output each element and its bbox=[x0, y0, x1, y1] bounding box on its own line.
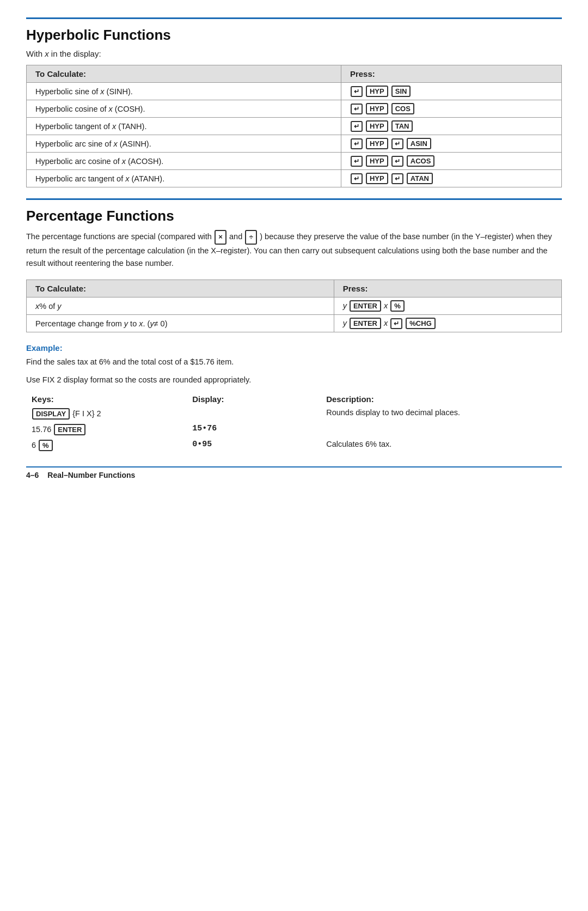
table-row: Hyperbolic sine of x (SINH).↵ HYP SIN bbox=[27, 83, 562, 100]
cos-key: COS bbox=[391, 103, 414, 114]
key-cell-1: DISPLAY {F I X} 2 bbox=[26, 406, 187, 422]
shift-icon: ↵ bbox=[351, 104, 363, 114]
hyperbolic-subtitle: With x in the display: bbox=[26, 49, 562, 58]
hyp-press-2: ↵ HYP COS bbox=[341, 100, 561, 118]
hyp-calc-1: Hyperbolic sine of x (SINH). bbox=[27, 83, 341, 100]
hyperbolic-col2-header: Press: bbox=[341, 65, 561, 83]
shift-icon: ↵ bbox=[391, 173, 403, 184]
example-text2: Use FIX 2 display format so the costs ar… bbox=[26, 374, 562, 386]
display-val-1 bbox=[187, 406, 321, 422]
shift-icon: ↵ bbox=[351, 138, 363, 149]
keys-row-3: 6 % 0•95 Calculates 6% tax. bbox=[26, 438, 562, 453]
hyp-key: HYP bbox=[366, 138, 388, 149]
shift-key-pchg: ↵ bbox=[390, 318, 402, 329]
percent-key-1: % bbox=[390, 300, 405, 312]
table-row: Hyperbolic arc tangent of x (ATANH).↵ HY… bbox=[27, 170, 562, 187]
hyp-key: HYP bbox=[366, 173, 388, 184]
percent-key-ex: % bbox=[39, 440, 53, 451]
shift-icon: ↵ bbox=[351, 86, 363, 97]
enter-key-ex: ENTER bbox=[54, 424, 85, 435]
key-cell-3: 6 % bbox=[26, 438, 187, 453]
hyp-press-4: ↵ HYP ↵ ASIN bbox=[341, 135, 561, 153]
key-cell-2: 15.76 ENTER bbox=[26, 422, 187, 438]
example-label: Example: bbox=[26, 343, 562, 353]
hyperbolic-col1-header: To Calculate: bbox=[27, 65, 341, 83]
enter-key-1: ENTER bbox=[350, 300, 381, 312]
display-val-3: 0•95 bbox=[187, 438, 321, 453]
sin-key: SIN bbox=[391, 86, 411, 97]
keys-table: Keys: Display: Description: DISPLAY {F I… bbox=[26, 392, 562, 453]
percentage-table: To Calculate: Press: x% of y y ENTER x %… bbox=[26, 280, 562, 332]
hyp-press-1: ↵ HYP SIN bbox=[341, 83, 561, 100]
percentage-description: The percentage functions are special (co… bbox=[26, 230, 562, 270]
tan-key: TAN bbox=[391, 120, 413, 132]
pct-press-1: y ENTER x % bbox=[334, 297, 561, 315]
shift-icon: ↵ bbox=[351, 121, 363, 132]
hyp-key: HYP bbox=[366, 103, 388, 114]
hyp-calc-3: Hyperbolic tangent of x (TANH). bbox=[27, 118, 341, 135]
desc-col-header: Description: bbox=[321, 392, 562, 406]
atan-key: ATAN bbox=[407, 173, 433, 184]
shift-icon: ↵ bbox=[351, 173, 363, 184]
hyperbolic-divider bbox=[26, 17, 562, 19]
footer-page: 4–6 bbox=[26, 471, 39, 479]
enter-key-2: ENTER bbox=[350, 318, 381, 329]
hyperbolic-title: Hyperbolic Functions bbox=[26, 27, 562, 44]
display-val-2: 15•76 bbox=[187, 422, 321, 438]
footer-title: Real–Number Functions bbox=[47, 471, 135, 479]
shift-icon: ↵ bbox=[351, 156, 363, 167]
hyp-press-3: ↵ HYP TAN bbox=[341, 118, 561, 135]
display-key: DISPLAY bbox=[32, 408, 70, 420]
hyp-calc-5: Hyperbolic arc cosine of x (ACOSH). bbox=[27, 153, 341, 170]
desc-3: Calculates 6% tax. bbox=[321, 438, 562, 453]
shift-icon: ↵ bbox=[391, 138, 403, 149]
hyp-key: HYP bbox=[366, 155, 388, 167]
hyperbolic-table: To Calculate: Press: Hyperbolic sine of … bbox=[26, 65, 562, 187]
pct-calc-1: x% of y bbox=[27, 297, 334, 315]
hyp-calc-2: Hyperbolic cosine of x (COSH). bbox=[27, 100, 341, 118]
hyp-calc-6: Hyperbolic arc tangent of x (ATANH). bbox=[27, 170, 341, 187]
hyp-key: HYP bbox=[366, 120, 388, 132]
hyp-press-5: ↵ HYP ↵ ACOS bbox=[341, 153, 561, 170]
example-text1: Find the sales tax at 6% and the total c… bbox=[26, 356, 562, 368]
table-row: Hyperbolic tangent of x (TANH).↵ HYP TAN bbox=[27, 118, 562, 135]
pct-press-2: y ENTER x ↵ %CHG bbox=[334, 315, 561, 332]
percentage-col1-header: To Calculate: bbox=[27, 280, 334, 297]
table-row: Percentage change from y to x. (y≠ 0) y … bbox=[27, 315, 562, 332]
hyp-key: HYP bbox=[366, 86, 388, 97]
keys-row-1: DISPLAY {F I X} 2 Rounds display to two … bbox=[26, 406, 562, 422]
percentage-divider bbox=[26, 198, 562, 200]
pchg-key: %CHG bbox=[406, 318, 435, 329]
multiply-key: × bbox=[215, 230, 226, 245]
desc-1: Rounds display to two decimal places. bbox=[321, 406, 562, 422]
asin-key: ASIN bbox=[407, 138, 431, 149]
table-row: x% of y y ENTER x % bbox=[27, 297, 562, 315]
hyp-calc-4: Hyperbolic arc sine of x (ASINH). bbox=[27, 135, 341, 153]
percentage-col2-header: Press: bbox=[334, 280, 561, 297]
table-row: Hyperbolic arc sine of x (ASINH).↵ HYP ↵… bbox=[27, 135, 562, 153]
keys-col-header: Keys: bbox=[26, 392, 187, 406]
table-row: Hyperbolic arc cosine of x (ACOSH).↵ HYP… bbox=[27, 153, 562, 170]
display-col-header: Display: bbox=[187, 392, 321, 406]
footer: 4–6 Real–Number Functions bbox=[26, 466, 562, 479]
desc-2 bbox=[321, 422, 562, 438]
pct-calc-2: Percentage change from y to x. (y≠ 0) bbox=[27, 315, 334, 332]
divide-key: ÷ bbox=[245, 230, 257, 245]
hyp-press-6: ↵ HYP ↵ ATAN bbox=[341, 170, 561, 187]
acos-key: ACOS bbox=[407, 155, 435, 167]
shift-icon: ↵ bbox=[391, 156, 403, 167]
table-row: Hyperbolic cosine of x (COSH).↵ HYP COS bbox=[27, 100, 562, 118]
keys-row-2: 15.76 ENTER 15•76 bbox=[26, 422, 562, 438]
percentage-title: Percentage Functions bbox=[26, 208, 562, 224]
